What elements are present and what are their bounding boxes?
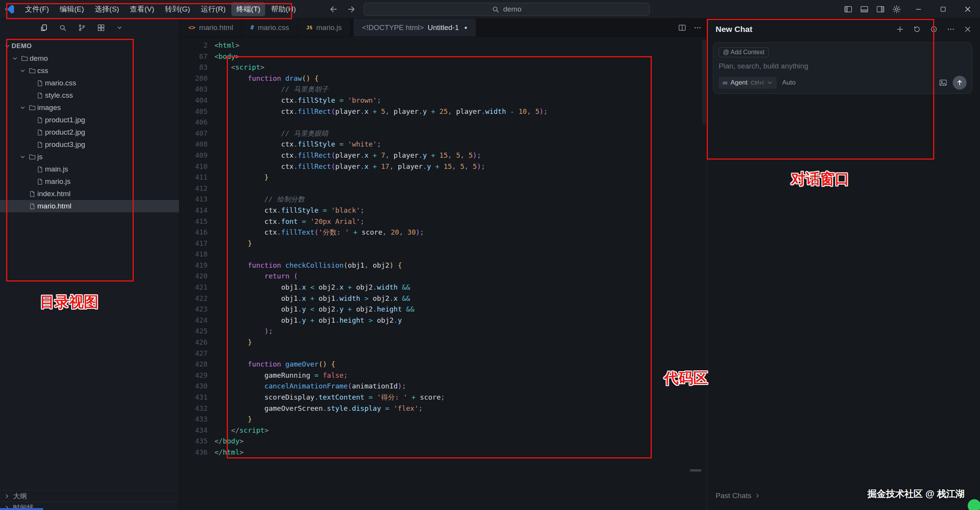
tree-item[interactable]: product2.jpg (0, 126, 179, 138)
chevron-down-icon[interactable] (116, 25, 123, 31)
chat-input-placeholder[interactable]: Plan, search, build anything (719, 62, 967, 70)
line-number: 414 (180, 205, 208, 216)
tree-item[interactable]: css (0, 65, 179, 77)
close-icon[interactable] (964, 25, 972, 33)
tree-item[interactable]: mario.html (0, 200, 179, 212)
tree-item[interactable]: js (0, 151, 179, 163)
minimize-button[interactable] (906, 0, 931, 18)
menu-item[interactable]: 帮助(H) (266, 2, 301, 16)
js-file-icon: JS (306, 25, 312, 30)
tree-item[interactable]: product3.jpg (0, 138, 179, 151)
arrow-right-icon[interactable] (347, 5, 356, 14)
tree-item[interactable]: DEMO (0, 40, 179, 52)
menu-item[interactable]: 编辑(E) (55, 2, 89, 16)
code-line: 410 ctx.fillRect(player.x + 17, player.y… (180, 161, 707, 172)
editor-tab[interactable]: JSmario.js (298, 18, 350, 37)
tree-item[interactable]: index.html (0, 188, 179, 200)
editor-scrollbar[interactable] (702, 40, 706, 125)
close-button[interactable] (955, 0, 980, 18)
search-text: demo (503, 5, 522, 13)
past-chats-link[interactable]: Past Chats (716, 492, 761, 500)
menu-item[interactable]: 查看(V) (125, 2, 159, 16)
model-selector[interactable]: Auto (782, 79, 796, 87)
editor-tab[interactable]: <>mario.html (180, 18, 242, 37)
layout-sidebar-right-icon[interactable] (876, 5, 885, 13)
line-number: 403 (180, 84, 208, 95)
code-line: 412 (180, 183, 707, 194)
past-chats-label: Past Chats (716, 492, 751, 500)
menu-item[interactable]: 转到(G) (160, 2, 195, 16)
tree-item-label: mario.html (37, 202, 71, 210)
code-line: 436</html> (180, 447, 707, 458)
line-number: 433 (180, 414, 208, 425)
chevron-down-icon[interactable] (3, 43, 12, 49)
line-number: 434 (180, 425, 208, 436)
chevron-down-icon[interactable] (18, 68, 27, 74)
folder-icon (27, 105, 37, 111)
layout-panel-bottom-icon[interactable] (860, 5, 869, 13)
line-number: 429 (180, 370, 208, 381)
code-text: } (214, 238, 252, 249)
sidebar-section[interactable]: 大纲 (0, 490, 179, 502)
code-line: 430 cancelAnimationFrame(animationId); (180, 381, 707, 392)
chat-input-toolbar: ∞ Agent Ctrl+I Auto (719, 76, 967, 90)
line-number: 413 (180, 194, 208, 205)
model-label: Auto (782, 79, 796, 87)
code-line: 409 ctx.fillRect(player.x + 7, player.y … (180, 150, 707, 161)
tree-item-label: DEMO (12, 42, 32, 50)
menu-item[interactable]: 文件(F) (20, 2, 54, 16)
git-branch-icon[interactable] (78, 24, 86, 32)
line-number: 435 (180, 436, 208, 447)
code-line: 280 function draw() { (180, 73, 707, 84)
code-text: // 马里奥胡子 (214, 84, 328, 95)
code-line: 406 (180, 117, 707, 128)
tree-item[interactable]: product1.jpg (0, 114, 179, 126)
editor-tab[interactable]: #mario.css (242, 18, 298, 37)
send-button[interactable] (953, 76, 967, 90)
tree-item[interactable]: mario.js (0, 175, 179, 188)
layout-sidebar-left-icon[interactable] (844, 5, 852, 13)
more-horizontal-icon[interactable] (694, 24, 701, 32)
chat-input-card[interactable]: @ Add Context Plan, search, build anythi… (713, 42, 972, 94)
arrow-left-icon[interactable] (329, 5, 338, 14)
split-editor-icon[interactable] (678, 24, 686, 32)
chevron-down-icon[interactable] (11, 55, 19, 62)
tree-item[interactable]: mario.css (0, 77, 179, 89)
settings-gear-icon[interactable] (892, 5, 901, 13)
menu-item[interactable]: 终端(T) (231, 2, 265, 16)
tab-label: Untitled-1 (428, 23, 459, 32)
menu-item[interactable]: 运行(R) (196, 2, 231, 16)
add-context-chip[interactable]: @ Add Context (719, 47, 769, 57)
tree-item[interactable]: style.css (0, 89, 179, 102)
editor-tab[interactable]: <!DOCTYPE html>Untitled-1● (354, 18, 476, 37)
clock-icon[interactable] (930, 25, 938, 33)
more-horizontal-icon[interactable] (947, 25, 955, 33)
maximize-button[interactable] (931, 0, 955, 18)
line-number: 425 (180, 326, 208, 337)
line-number: 411 (180, 172, 208, 183)
minimap-slider[interactable] (690, 469, 701, 472)
menu-item[interactable]: 选择(S) (90, 2, 124, 16)
code-line: 422 obj1.x + obj1.width > obj2.x && (180, 293, 707, 304)
search-icon[interactable] (59, 24, 66, 32)
code-text: ctx.fillStyle = 'black'; (214, 205, 364, 216)
copy-pages-icon[interactable] (40, 24, 48, 32)
plus-icon[interactable] (896, 25, 904, 33)
agent-shortcut: Ctrl+I (751, 80, 764, 86)
code-line: 411 } (180, 172, 707, 183)
code-text: scoreDisplay.textContent = '得分: ' + scor… (214, 392, 445, 403)
chevron-down-icon[interactable] (18, 154, 27, 160)
chevron-down-icon[interactable] (18, 105, 27, 111)
code-editor[interactable]: 2<html>67<body>83 <script>280 function d… (180, 37, 707, 510)
code-line: 428 function gameOver() { (180, 359, 707, 370)
tree-item[interactable]: demo (0, 52, 179, 65)
code-text: </body> (214, 436, 244, 447)
tab-doctype-prefix: <!DOCTYPE html> (362, 23, 424, 32)
attach-image-icon[interactable] (939, 78, 947, 87)
tree-item[interactable]: images (0, 102, 179, 114)
extensions-icon[interactable] (97, 24, 105, 32)
history-icon[interactable] (913, 25, 921, 33)
tree-item[interactable]: main.js (0, 163, 179, 175)
agent-mode-selector[interactable]: ∞ Agent Ctrl+I (719, 77, 777, 89)
command-center-search[interactable]: demo (364, 3, 650, 16)
